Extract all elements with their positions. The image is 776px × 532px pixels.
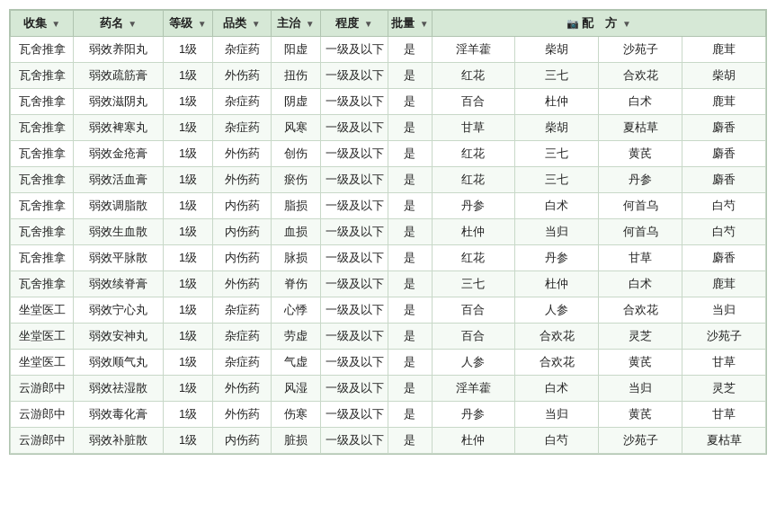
cell-3: 外伤药: [213, 271, 272, 297]
cell-2: 1级: [164, 271, 213, 297]
cell-7: 丹参: [432, 402, 515, 428]
cell-2: 1级: [164, 37, 213, 63]
cell-6: 是: [388, 115, 433, 141]
cell-6: 是: [388, 167, 433, 193]
cell-8: 三七: [515, 167, 599, 193]
cell-10: 麝香: [682, 245, 766, 271]
cell-8: 白术: [515, 376, 599, 402]
cell-1: 弱效顺气丸: [74, 350, 164, 376]
cell-2: 1级: [164, 297, 213, 324]
cell-10: 夏枯草: [682, 428, 766, 454]
cell-5: 一级及以下: [321, 89, 388, 115]
sort-icon-level: ▼: [198, 19, 207, 29]
cell-0: 瓦舍推拿: [11, 271, 74, 297]
cell-6: 是: [388, 324, 433, 350]
table-header-row: 收集 ▼ 药名 ▼ 等级 ▼ 品类 ▼ 主治 ▼: [11, 11, 766, 37]
table-row: 瓦舍推拿弱效疏筋膏1级外伤药扭伤一级及以下是红花三七合欢花柴胡: [11, 63, 766, 89]
cell-5: 一级及以下: [321, 193, 388, 219]
header-batch[interactable]: 批量 ▼: [388, 11, 433, 37]
header-level[interactable]: 等级 ▼: [164, 11, 213, 37]
cell-5: 一级及以下: [321, 376, 388, 402]
cell-2: 1级: [164, 141, 213, 167]
cell-3: 外伤药: [213, 167, 272, 193]
cell-0: 瓦舍推拿: [11, 115, 74, 141]
cell-10: 麝香: [682, 141, 766, 167]
table-row: 云游郎中弱效祛湿散1级外伤药风湿一级及以下是淫羊藿白术当归灵芝: [11, 376, 766, 402]
cell-6: 是: [388, 193, 433, 219]
cell-3: 内伤药: [213, 245, 272, 271]
table-row: 云游郎中弱效补脏散1级内伤药脏损一级及以下是杜仲白芍沙苑子夏枯草: [11, 428, 766, 454]
cell-4: 扭伤: [272, 63, 321, 89]
cell-1: 弱效调脂散: [74, 193, 164, 219]
cell-5: 一级及以下: [321, 245, 388, 271]
cell-0: 瓦舍推拿: [11, 89, 74, 115]
cell-5: 一级及以下: [321, 115, 388, 141]
camera-icon: 📷: [566, 18, 579, 30]
header-name[interactable]: 药名 ▼: [74, 11, 164, 37]
table-body: 瓦舍推拿弱效养阳丸1级杂症药阳虚一级及以下是淫羊藿柴胡沙苑子鹿茸瓦舍推拿弱效疏筋…: [11, 37, 766, 454]
cell-6: 是: [388, 402, 433, 428]
cell-5: 一级及以下: [321, 141, 388, 167]
cell-8: 当归: [515, 402, 599, 428]
table-row: 坐堂医工弱效安神丸1级杂症药劳虚一级及以下是百合合欢花灵芝沙苑子: [11, 324, 766, 350]
cell-6: 是: [388, 297, 433, 324]
cell-7: 杜仲: [432, 428, 515, 454]
cell-9: 黄芪: [599, 141, 682, 167]
cell-1: 弱效续脊膏: [74, 271, 164, 297]
cell-7: 红花: [432, 63, 515, 89]
table-row: 坐堂医工弱效宁心丸1级杂症药心悸一级及以下是百合人参合欢花当归: [11, 297, 766, 324]
table-row: 坐堂医工弱效顺气丸1级杂症药气虚一级及以下是人参合欢花黄芪甘草: [11, 350, 766, 376]
cell-1: 弱效养阳丸: [74, 37, 164, 63]
cell-7: 红花: [432, 245, 515, 271]
cell-2: 1级: [164, 350, 213, 376]
cell-9: 当归: [599, 376, 682, 402]
cell-4: 风湿: [272, 376, 321, 402]
cell-4: 阳虚: [272, 37, 321, 63]
cell-5: 一级及以下: [321, 63, 388, 89]
cell-5: 一级及以下: [321, 350, 388, 376]
cell-5: 一级及以下: [321, 428, 388, 454]
cell-10: 麝香: [682, 167, 766, 193]
header-degree[interactable]: 程度 ▼: [321, 11, 388, 37]
cell-10: 白芍: [682, 219, 766, 245]
cell-10: 当归: [682, 297, 766, 324]
cell-9: 白术: [599, 271, 682, 297]
cell-3: 内伤药: [213, 193, 272, 219]
cell-9: 灵芝: [599, 324, 682, 350]
cell-8: 杜仲: [515, 271, 599, 297]
table-row: 瓦舍推拿弱效金疮膏1级外伤药创伤一级及以下是红花三七黄芪麝香: [11, 141, 766, 167]
cell-1: 弱效疏筋膏: [74, 63, 164, 89]
cell-9: 黄芪: [599, 402, 682, 428]
cell-5: 一级及以下: [321, 297, 388, 324]
header-main[interactable]: 主治 ▼: [272, 11, 321, 37]
cell-9: 合欢花: [599, 297, 682, 324]
cell-9: 何首乌: [599, 193, 682, 219]
sort-icon-category: ▼: [252, 19, 261, 29]
header-collect[interactable]: 收集 ▼: [11, 11, 74, 37]
cell-1: 弱效金疮膏: [74, 141, 164, 167]
cell-6: 是: [388, 376, 433, 402]
cell-9: 白术: [599, 89, 682, 115]
cell-6: 是: [388, 428, 433, 454]
cell-7: 百合: [432, 89, 515, 115]
header-formula[interactable]: 📷 配 方 ▼: [432, 11, 765, 37]
cell-0: 瓦舍推拿: [11, 193, 74, 219]
cell-1: 弱效毒化膏: [74, 402, 164, 428]
cell-3: 外伤药: [213, 63, 272, 89]
cell-4: 劳虚: [272, 324, 321, 350]
cell-2: 1级: [164, 428, 213, 454]
cell-8: 柴胡: [515, 115, 599, 141]
header-category[interactable]: 品类 ▼: [213, 11, 272, 37]
cell-5: 一级及以下: [321, 271, 388, 297]
cell-7: 甘草: [432, 115, 515, 141]
cell-4: 创伤: [272, 141, 321, 167]
cell-9: 丹参: [599, 167, 682, 193]
cell-8: 人参: [515, 297, 599, 324]
table-row: 云游郎中弱效毒化膏1级外伤药伤寒一级及以下是丹参当归黄芪甘草: [11, 402, 766, 428]
cell-0: 瓦舍推拿: [11, 37, 74, 63]
cell-9: 夏枯草: [599, 115, 682, 141]
sort-icon-formula: ▼: [622, 19, 631, 29]
cell-0: 坐堂医工: [11, 297, 74, 324]
main-table-wrapper: 收集 ▼ 药名 ▼ 等级 ▼ 品类 ▼ 主治 ▼: [9, 9, 767, 455]
cell-7: 百合: [432, 297, 515, 324]
